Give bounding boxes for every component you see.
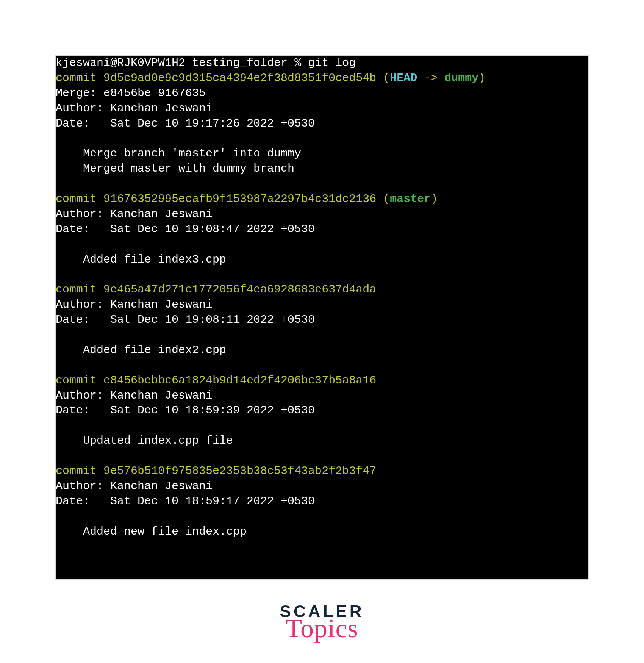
ref-decor-close: ) bbox=[431, 192, 438, 205]
ref-branch: master bbox=[390, 192, 431, 205]
brand-logo: SCALER Topics bbox=[280, 603, 364, 642]
commit-message: Merged master with dummy branch bbox=[56, 162, 294, 175]
commit-message: Added file index2.cpp bbox=[56, 344, 226, 357]
date-line: Date: Sat Dec 10 19:08:47 2022 +0530 bbox=[56, 223, 315, 236]
date-line: Date: Sat Dec 10 18:59:17 2022 +0530 bbox=[56, 495, 315, 508]
commit-message: Added new file index.cpp bbox=[56, 525, 247, 538]
terminal-output: kjeswani@RJK0VPW1H2 testing_folder % git… bbox=[55, 55, 589, 580]
commit-line: commit 9e465a47d271c1772056f4ea6928683e6… bbox=[56, 283, 376, 296]
logo-text-bottom: Topics bbox=[280, 615, 364, 642]
date-line: Date: Sat Dec 10 19:17:26 2022 +0530 bbox=[56, 117, 315, 130]
commit-line: commit 9d5c9ad0e9c9d315ca4394e2f38d8351f… bbox=[56, 72, 376, 84]
commit-line: commit 91676352995ecafb9f153987a2297b4c3… bbox=[56, 192, 376, 205]
author-line: Author: Kanchan Jeswani bbox=[56, 102, 213, 115]
commit-line: commit e8456bebbc6a1824b9d14ed2f4206bc37… bbox=[56, 374, 376, 387]
date-line: Date: Sat Dec 10 19:08:11 2022 +0530 bbox=[56, 313, 315, 326]
author-line: Author: Kanchan Jeswani bbox=[56, 480, 213, 493]
ref-branch: dummy bbox=[444, 72, 478, 84]
author-line: Author: Kanchan Jeswani bbox=[56, 298, 213, 311]
merge-line: Merge: e8456be 9167635 bbox=[56, 87, 206, 100]
commit-message: Updated index.cpp file bbox=[56, 434, 233, 447]
command-text: git log bbox=[308, 56, 356, 69]
ref-head: HEAD bbox=[390, 72, 417, 84]
commit-line: commit 9e576b510f975835e2353b38c53f43ab2… bbox=[56, 464, 376, 477]
ref-decor: ( bbox=[376, 72, 390, 84]
ref-decor: ( bbox=[376, 192, 390, 205]
shell-prompt: kjeswani@RJK0VPW1H2 testing_folder % bbox=[56, 56, 308, 69]
author-line: Author: Kanchan Jeswani bbox=[56, 208, 213, 220]
date-line: Date: Sat Dec 10 18:59:39 2022 +0530 bbox=[56, 404, 315, 417]
commit-message: Added file index3.cpp bbox=[56, 253, 226, 266]
commit-message: Merge branch 'master' into dummy bbox=[56, 147, 301, 160]
ref-arrow: -> bbox=[417, 72, 444, 84]
author-line: Author: Kanchan Jeswani bbox=[56, 389, 213, 402]
ref-decor-close: ) bbox=[478, 72, 485, 84]
